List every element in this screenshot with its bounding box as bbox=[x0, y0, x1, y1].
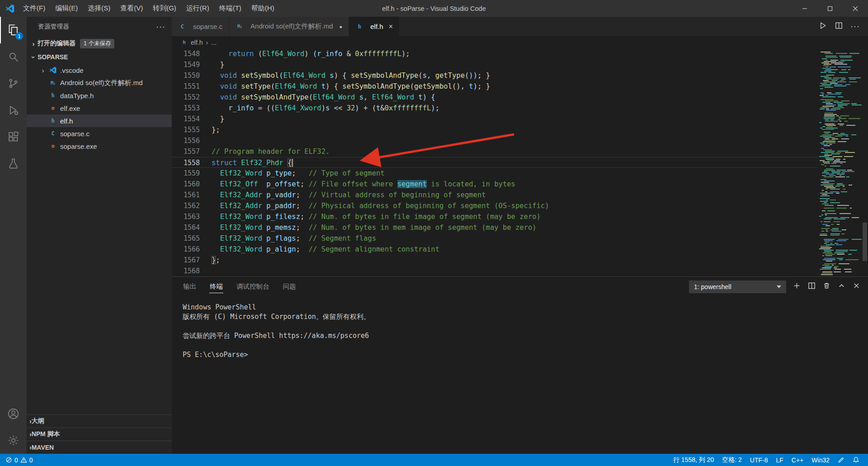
panel-tab-1[interactable]: 输出 bbox=[183, 281, 197, 293]
minimap-row bbox=[818, 265, 862, 266]
menu-item[interactable]: 转到(G) bbox=[148, 0, 181, 17]
minimap-row bbox=[818, 266, 862, 267]
code-line: 1548 return (Elf64_Word) (r_info & 0xfff… bbox=[172, 48, 818, 59]
split-editor-icon[interactable] bbox=[835, 21, 843, 32]
code-line: 1554 } bbox=[172, 114, 818, 124]
account-icon[interactable] bbox=[0, 400, 27, 427]
editor-tab-3[interactable]: helf.h× bbox=[349, 17, 400, 36]
file-tree-item[interactable]: ⚙elf.exe bbox=[27, 102, 172, 114]
menu-item[interactable]: 文件(F) bbox=[18, 0, 50, 17]
minimap-row bbox=[818, 133, 862, 134]
extensions-icon[interactable] bbox=[0, 124, 27, 150]
editor-tab-1[interactable]: Csoparse.c bbox=[172, 17, 229, 36]
panel-tab-2[interactable]: 终端 bbox=[209, 281, 223, 293]
file-tree-item[interactable]: ⚙soparse.exe bbox=[27, 140, 172, 152]
language-mode[interactable]: C++ bbox=[788, 456, 807, 464]
editor-scrollbar[interactable] bbox=[862, 48, 868, 276]
sidebar-section-2[interactable]: ›NPM 脚本 bbox=[27, 428, 172, 441]
section-label: MAVEN bbox=[32, 444, 54, 451]
minimap-row bbox=[818, 53, 862, 54]
minimap-row bbox=[818, 153, 862, 154]
run-debug-icon[interactable] bbox=[0, 97, 27, 124]
code-token bbox=[262, 169, 266, 177]
close-panel-icon[interactable] bbox=[852, 281, 861, 292]
file-tree-item[interactable]: helf.h bbox=[27, 114, 172, 127]
code-token: segment bbox=[397, 180, 427, 188]
minimize-button[interactable] bbox=[792, 0, 817, 17]
editor-more-actions-icon[interactable]: ··· bbox=[850, 22, 860, 31]
minimap-row bbox=[818, 189, 862, 190]
code-editor[interactable]: 1548 return (Elf64_Word) (r_info & 0xfff… bbox=[172, 48, 868, 276]
settings-gear-icon[interactable] bbox=[0, 427, 27, 454]
maximize-panel-icon[interactable] bbox=[837, 281, 846, 292]
minimap-row bbox=[818, 155, 862, 156]
breadcrumb-more[interactable]: ... bbox=[211, 39, 217, 46]
panel-tab-4[interactable]: 问题 bbox=[283, 281, 297, 293]
panel-tab-3[interactable]: 调试控制台 bbox=[236, 281, 270, 293]
code-token: ); bbox=[431, 104, 439, 112]
menu-item[interactable]: 帮助(H) bbox=[246, 0, 279, 17]
breadcrumb-file[interactable]: elf.h bbox=[191, 39, 203, 46]
menu-item[interactable]: 选择(S) bbox=[83, 0, 115, 17]
minimap[interactable] bbox=[818, 48, 862, 276]
breadcrumb-separator: › bbox=[206, 39, 208, 46]
minimap-row bbox=[818, 170, 862, 171]
minimap-row bbox=[818, 259, 862, 260]
menu-item[interactable]: 运行(R) bbox=[181, 0, 214, 17]
terminal-shell-select[interactable]: 1: powershell bbox=[689, 281, 786, 293]
menu-item[interactable]: 编辑(E) bbox=[50, 0, 83, 17]
minimap-row bbox=[818, 77, 862, 78]
open-editors-section[interactable]: › 打开的编辑器 1 个未保存 bbox=[27, 37, 172, 50]
minimap-row bbox=[818, 206, 862, 207]
close-window-button[interactable] bbox=[843, 0, 868, 17]
tab-close-icon[interactable]: × bbox=[389, 23, 393, 31]
line-number: 1559 bbox=[172, 168, 200, 179]
sidebar-section-1[interactable]: ›大纲 bbox=[27, 414, 172, 428]
minimap-row bbox=[818, 179, 862, 180]
minimap-row bbox=[818, 193, 862, 194]
scrollbar-thumb[interactable] bbox=[863, 223, 867, 261]
cursor-position[interactable]: 行 1558, 列 20 bbox=[669, 456, 718, 464]
run-file-icon[interactable] bbox=[819, 21, 827, 32]
minimap-row bbox=[818, 227, 862, 228]
restore-button[interactable] bbox=[817, 0, 843, 17]
source-control-icon[interactable] bbox=[0, 70, 27, 97]
encoding[interactable]: UTF-8 bbox=[746, 456, 772, 464]
modified-dot-icon[interactable]: ● bbox=[340, 24, 343, 29]
minimap-row bbox=[818, 88, 862, 89]
code-text: struct Elf32_Phdr { bbox=[200, 157, 293, 167]
indentation[interactable]: 空格: 2 bbox=[718, 456, 746, 464]
minimap-row bbox=[818, 261, 862, 262]
minimap-row bbox=[818, 99, 862, 100]
file-tree-item[interactable]: Csoparse.c bbox=[27, 127, 172, 140]
terminal-output[interactable]: Windows PowerShell版权所有 (C) Microsoft Cor… bbox=[172, 296, 868, 454]
problems-status[interactable]: 0 0 bbox=[5, 456, 33, 464]
search-icon[interactable] bbox=[0, 43, 27, 70]
editor-tab-2[interactable]: M↓Android so(elf)文件解析.md● bbox=[229, 17, 349, 36]
file-tree-item[interactable]: M↓Android so(elf)文件解析.md bbox=[27, 76, 172, 89]
file-tree-item[interactable]: hdataType.h bbox=[27, 89, 172, 102]
eol-sequence[interactable]: LF bbox=[772, 456, 788, 464]
menu-item[interactable]: 查看(V) bbox=[115, 0, 148, 17]
minimap-row bbox=[818, 269, 862, 270]
file-tree-item[interactable]: ›.vscode bbox=[27, 64, 172, 76]
sidebar-section-3[interactable]: ›MAVEN bbox=[27, 441, 172, 454]
feedback-pencil-icon[interactable] bbox=[834, 456, 849, 463]
breadcrumb[interactable]: h elf.h › ... bbox=[172, 36, 868, 48]
code-token: 32 bbox=[347, 104, 355, 112]
minimap-row bbox=[818, 240, 862, 241]
code-token bbox=[258, 180, 267, 188]
menu-item[interactable]: 终端(T) bbox=[214, 0, 246, 17]
explorer-more-actions-icon[interactable]: ··· bbox=[156, 22, 165, 32]
platform-target[interactable]: Win32 bbox=[807, 456, 834, 464]
notifications-bell-icon[interactable] bbox=[849, 456, 863, 463]
project-root-soparse[interactable]: › SOPARSE bbox=[27, 50, 172, 64]
split-terminal-icon[interactable] bbox=[807, 281, 816, 292]
new-terminal-icon[interactable] bbox=[793, 281, 801, 292]
minimap-row bbox=[818, 117, 862, 118]
explorer-icon[interactable]: 1 bbox=[0, 17, 27, 43]
testing-icon[interactable] bbox=[0, 150, 27, 177]
kill-terminal-icon[interactable] bbox=[822, 281, 831, 292]
minimap-row bbox=[818, 130, 862, 131]
line-number: 1552 bbox=[172, 92, 200, 103]
